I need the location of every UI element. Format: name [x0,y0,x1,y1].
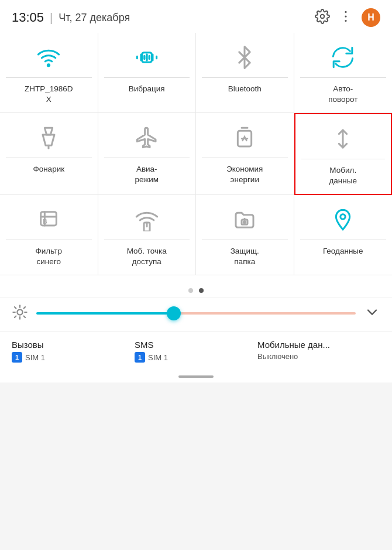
qs-hotspot[interactable]: Моб. точкадоступа [98,195,197,275]
sms-sim-label: SIM 1 [148,353,168,362]
qs-autorotate[interactable]: Авто-поворот [294,33,393,113]
gear-icon[interactable] [315,9,330,26]
chevron-down-icon[interactable] [364,304,380,323]
status-sep: | [50,11,53,25]
qs-vibration[interactable]: Вибрация [98,33,197,113]
qs-divider [6,77,92,78]
qs-bluefilter[interactable]: B Фильтрсинего [0,195,98,275]
qs-battery-label: Экономияэнергии [226,164,263,185]
qs-securefolder-label: Защищ.папка [231,246,259,267]
brightness-slider[interactable] [36,312,356,315]
qs-airplane-label: Авиа-режим [135,164,159,185]
svg-point-0 [321,15,325,19]
qs-flashlight-label: Фонарик [33,164,64,175]
quick-settings: ZHTP_1986DX Вибрация [0,33,392,281]
svg-line-31 [24,307,25,308]
bottom-mobiledata-title: Мобильные дан... [257,340,380,350]
qs-mobiledata-label: Мобил.данные [329,165,357,186]
svg-point-4 [48,64,50,66]
qs-hotspot-label: Моб. точкадоступа [127,246,167,267]
bottom-sms-sub: 1 SIM 1 [135,352,257,363]
qs-bluetooth-label: Bluetooth [228,84,262,94]
bottom-calls[interactable]: Вызовы 1 SIM 1 [12,340,135,363]
qs-wifi-label: ZHTP_1986DX [25,84,73,104]
qs-divider [202,158,288,158]
status-icons: H [315,8,380,27]
bottom-calls-sub: 1 SIM 1 [12,352,135,363]
securefolder-icon [231,206,259,234]
home-indicator [0,368,392,382]
qs-battery[interactable]: Экономияэнергии [196,113,294,195]
svg-point-22 [341,214,345,219]
qs-divider [104,158,190,158]
more-options-icon[interactable] [338,9,353,26]
sim1-badge-sms: 1 [135,352,145,363]
mobiledata-status: Выключено [257,352,298,361]
wifi-icon [35,43,63,71]
bluefilter-icon: B [35,206,63,234]
qs-divider [300,77,387,78]
bottom-calls-title: Вызовы [12,340,135,350]
qs-wifi[interactable]: ZHTP_1986DX [0,33,98,113]
pagination-dot-2[interactable] [199,288,204,293]
svg-point-2 [345,15,346,17]
brightness-icon [12,304,28,323]
qs-vibration-label: Вибрация [129,84,165,94]
vibration-icon [133,43,161,71]
pagination [0,281,392,298]
svg-point-1 [345,11,346,13]
calls-sim-label: SIM 1 [25,353,45,362]
svg-text:B: B [43,217,47,225]
qs-geodata[interactable]: Геоданные [294,195,393,275]
qs-bluefilter-label: Фильтрсинего [36,246,62,267]
home-bar[interactable] [178,375,214,378]
airplane-icon [133,124,161,152]
svg-line-27 [24,316,25,317]
brightness-row [0,298,392,331]
qs-divider [202,77,288,78]
pagination-dot-1[interactable] [188,288,193,293]
qs-divider [104,240,190,240]
sim1-badge-calls: 1 [12,352,22,363]
bottom-mobiledata[interactable]: Мобильные дан... Выключено [257,340,380,363]
qs-divider [300,240,387,240]
brightness-thumb[interactable] [167,306,181,320]
qs-autorotate-label: Авто-поворот [328,84,357,104]
bottom-mobiledata-sub: Выключено [257,352,380,361]
bottom-sms-title: SMS [135,340,257,350]
qs-bluetooth[interactable]: Bluetooth [196,33,294,113]
avatar[interactable]: H [362,8,380,27]
mobiledata-icon [329,125,357,153]
qs-divider [301,159,386,159]
status-time: 13:05 [12,10,44,25]
qs-mobiledata[interactable]: Мобил.данные [294,113,393,195]
svg-line-26 [15,307,16,308]
qs-divider [104,77,190,78]
status-date: Чт, 27 декабря [59,12,130,24]
qs-divider [6,240,92,240]
flashlight-icon [35,124,63,152]
svg-point-23 [17,310,22,315]
qs-securefolder[interactable]: Защищ.папка [196,195,294,275]
svg-line-30 [15,316,16,317]
geodata-icon [329,206,357,234]
qs-divider [202,240,288,240]
qs-divider [6,158,92,158]
svg-point-21 [244,221,246,223]
bottom-sms[interactable]: SMS 1 SIM 1 [135,340,257,363]
bottom-section: Вызовы 1 SIM 1 SMS 1 SIM 1 Мобильные дан… [0,331,392,368]
bluetooth-icon [231,43,259,71]
autorotate-icon [329,43,357,71]
qs-airplane[interactable]: Авиа-режим [98,113,197,195]
svg-point-3 [345,20,346,22]
battery-icon [231,124,259,152]
qs-grid: ZHTP_1986DX Вибрация [0,33,392,275]
qs-geodata-label: Геоданные [323,246,363,257]
status-bar: 13:05 | Чт, 27 декабря H [0,0,392,33]
qs-flashlight[interactable]: Фонарик [0,113,98,195]
hotspot-icon [133,206,161,234]
